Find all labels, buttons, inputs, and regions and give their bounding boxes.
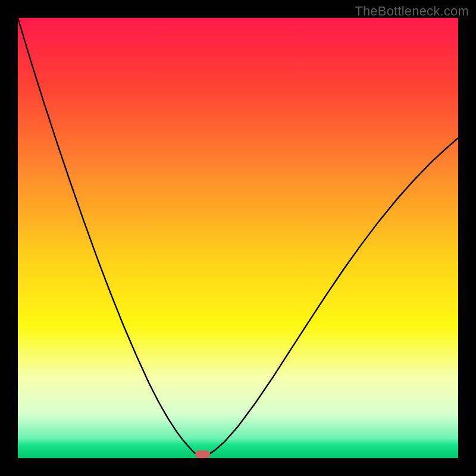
chart-frame: TheBottleneck.com [0, 0, 476, 476]
min-marker [195, 450, 210, 458]
watermark-text: TheBottleneck.com [355, 4, 469, 19]
plot-area [18, 18, 458, 458]
gradient-background [18, 18, 458, 458]
chart-svg [18, 18, 458, 458]
